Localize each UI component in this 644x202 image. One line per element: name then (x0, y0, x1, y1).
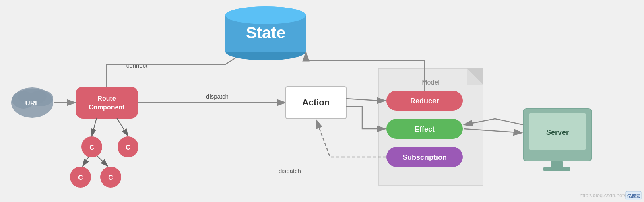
state-node: State (225, 6, 306, 60)
reducer-node: Reducer (386, 91, 463, 111)
action-node: Action (286, 87, 346, 119)
svg-rect-32 (543, 167, 570, 171)
svg-text:C: C (89, 144, 94, 151)
svg-text:C: C (78, 174, 83, 181)
svg-text:C: C (126, 144, 130, 151)
subscription-node: Subscription (386, 147, 463, 167)
svg-point-15 (225, 6, 306, 24)
child-component-2: C (118, 136, 138, 157)
url-node: URL (11, 87, 53, 118)
svg-text:Subscription: Subscription (402, 153, 447, 161)
svg-text:Effect: Effect (415, 125, 435, 133)
dispatch-label-1: dispatch (206, 93, 229, 100)
dispatch-label-2: dispatch (279, 167, 301, 174)
effect-node: Effect (386, 119, 463, 139)
child-component-1: C (81, 136, 102, 157)
svg-text:Server: Server (546, 128, 569, 136)
child-component-4: C (100, 167, 121, 188)
svg-text:Action: Action (302, 97, 330, 107)
route-component-node: Route Component (76, 87, 138, 119)
logo-text: 亿速云 (627, 194, 640, 198)
svg-text:C: C (108, 174, 113, 181)
svg-text:Component: Component (89, 104, 125, 111)
svg-text:State: State (246, 24, 285, 41)
url-label: URL (25, 99, 39, 107)
svg-text:Reducer: Reducer (410, 97, 439, 105)
svg-text:Route: Route (97, 95, 116, 102)
child-component-3: C (70, 167, 91, 188)
connect-label: connect (126, 62, 148, 69)
svg-rect-8 (76, 87, 138, 119)
diagram: URL Route Component connect State dispat… (0, 0, 644, 202)
watermark-text: http://blog.csdn.net/b (580, 192, 628, 198)
